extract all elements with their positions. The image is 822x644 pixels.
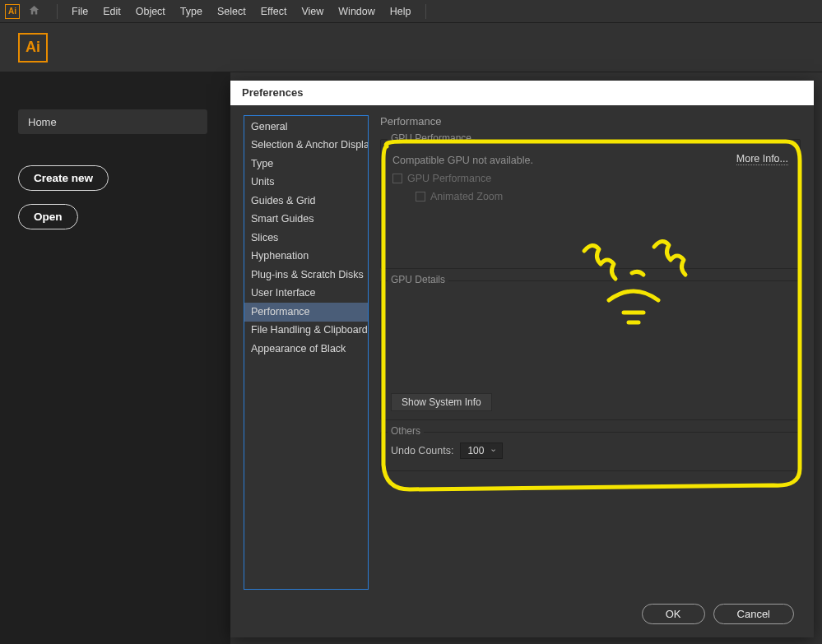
cat-type[interactable]: Type [244,155,368,174]
home-panel: Home Create new Open [0,72,230,644]
menu-divider [57,4,58,19]
menu-view[interactable]: View [294,6,331,17]
cat-file-handling[interactable]: File Handling & Clipboard [244,322,368,341]
cat-selection-anchor[interactable]: Selection & Anchor Display [244,137,368,155]
preferences-category-list: General Selection & Anchor Display Type … [244,115,369,590]
cat-slices[interactable]: Slices [244,229,368,248]
open-button[interactable]: Open [18,204,78,229]
gpu-details-label: GPU Details [388,274,448,285]
dialog-title: Preferences [230,81,814,105]
home-icon[interactable] [28,4,40,19]
ok-button[interactable]: OK [642,604,705,624]
animated-zoom-checkbox-label: Animated Zoom [430,191,503,202]
menu-select[interactable]: Select [210,6,253,17]
preferences-panel: Performance GPU Performance Compatible G… [380,115,801,590]
show-system-info-button[interactable]: Show System Info [391,393,492,411]
gpu-performance-label: GPU Performance [388,132,475,144]
cat-smart-guides[interactable]: Smart Guides [244,211,368,229]
others-label: Others [388,425,424,437]
animated-zoom-checkbox-row: Animated Zoom [416,191,790,202]
home-label[interactable]: Home [18,109,207,134]
cat-general[interactable]: General [244,118,368,137]
menu-file[interactable]: File [64,6,95,17]
menu-object[interactable]: Object [128,6,173,17]
cat-plugins-scratch[interactable]: Plug-ins & Scratch Disks [244,266,368,285]
cancel-button[interactable]: Cancel [713,604,794,624]
menu-type[interactable]: Type [173,6,210,17]
gpu-performance-checkbox-label: GPU Performance [407,173,491,184]
others-group: Others Undo Counts: 100 [380,432,801,471]
app-bar: Ai [0,23,822,72]
illustrator-logo-icon: Ai [18,33,48,63]
menu-help[interactable]: Help [383,6,419,17]
cat-performance[interactable]: Performance [244,303,368,322]
gpu-performance-checkbox[interactable] [392,174,402,183]
preferences-dialog: Preferences General Selection & Anchor D… [230,81,814,637]
menu-divider [425,4,426,19]
cat-hyphenation[interactable]: Hyphenation [244,248,368,266]
undo-counts-select[interactable]: 100 [460,442,503,459]
cat-user-interface[interactable]: User Interface [244,285,368,303]
cat-guides-grid[interactable]: Guides & Grid [244,192,368,211]
menu-edit[interactable]: Edit [95,6,128,17]
create-new-button[interactable]: Create new [18,165,109,191]
app-badge-icon: Ai [5,4,20,19]
undo-counts-label: Undo Counts: [391,445,453,456]
cat-appearance-black[interactable]: Appearance of Black [244,340,368,359]
gpu-performance-checkbox-row: GPU Performance [392,173,790,184]
gpu-message: Compatible GPU not available. [392,155,790,166]
menu-window[interactable]: Window [331,6,382,17]
animated-zoom-checkbox[interactable] [416,192,425,202]
menu-effect[interactable]: Effect [253,6,295,17]
gpu-performance-group: GPU Performance Compatible GPU not avail… [380,139,801,269]
panel-title: Performance [380,115,801,127]
cat-units[interactable]: Units [244,174,368,192]
menu-bar: Ai File Edit Object Type Select Effect V… [0,0,822,23]
dialog-footer: OK Cancel [230,590,814,637]
more-info-link[interactable]: More Info... [736,153,788,165]
gpu-details-group: GPU Details Show System Info [380,280,801,420]
